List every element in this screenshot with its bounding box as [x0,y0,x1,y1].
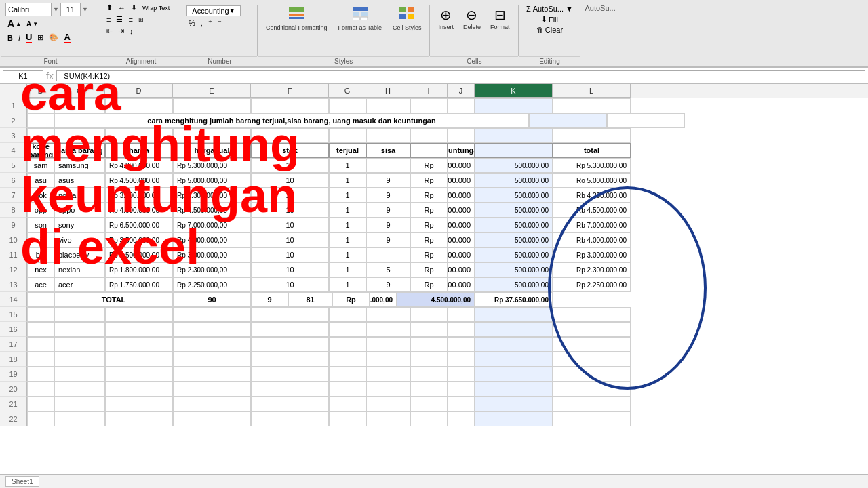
cell-C3[interactable] [54,128,105,143]
cell-K-9[interactable]: 500.000,00 [475,218,553,232]
cell-stok-10[interactable]: 10 [251,232,329,247]
cell-keuntungan-j-10[interactable]: 500.000 [448,232,475,247]
cell-K1[interactable] [475,98,553,113]
cell-G18[interactable] [329,352,366,367]
cell-E18[interactable] [173,352,251,367]
cell-sisa-8[interactable]: 9 [366,203,410,218]
insert-button[interactable]: ⊕ Insert [434,4,458,34]
cell-J16[interactable] [448,322,475,337]
cell-L18[interactable] [553,352,631,367]
cell-F21[interactable] [251,396,329,411]
header-sisa[interactable]: sisa [366,143,410,158]
cell-K18[interactable] [475,352,553,367]
cell-F22[interactable] [251,411,329,426]
cell-kode-8[interactable]: opp [27,203,54,218]
cell-keuntungan-j-9[interactable]: 500.000 [448,218,475,232]
cell-nama-9[interactable]: sony [54,218,105,232]
cell-H3[interactable] [366,128,410,143]
cell-I20[interactable] [410,382,448,396]
autosum-button[interactable]: Σ AutoSu... ▼ [524,4,575,14]
cell-E19[interactable] [173,367,251,382]
cell-terjual-9[interactable]: 1 [329,218,366,232]
cell-sisa-11[interactable] [366,247,410,262]
cell-I19[interactable] [410,367,448,382]
col-header-H[interactable]: H [366,84,410,98]
cell-keuntungan-rp-5[interactable]: Rp [410,158,448,173]
cell-keuntungan-rp-10[interactable]: Rp [410,232,448,247]
cell-terjual-7[interactable]: 1 [329,188,366,203]
cell-total-stok[interactable]: 90 [173,292,251,307]
cell-kode-10[interactable]: viv [27,232,54,247]
decrease-decimal-button[interactable]: ⁻ [216,18,224,28]
cell-D20[interactable] [105,382,173,396]
cell-total-9[interactable]: Rb 7.000.000,00 [553,218,631,232]
cell-I17[interactable] [410,337,448,352]
cell-kode-6[interactable]: asu [27,173,54,188]
cell-keuntungan-rp-13[interactable]: Rp [410,277,448,292]
number-format-box[interactable]: Accounting ▼ [186,5,241,16]
cell-harga-7[interactable]: Rp 3.800.000,00 [105,188,173,203]
cell-harga-jual-11[interactable]: Rp 3.000.000,00 [173,247,251,262]
cell-terjual-5[interactable]: 1 [329,158,366,173]
cell-total-label[interactable]: TOTAL [54,292,173,307]
cell-stok-6[interactable]: 10 [251,173,329,188]
cell-K-13[interactable]: 500.000,00 [475,277,553,292]
cell-keuntungan-rp-11[interactable]: Rp [410,247,448,262]
indent-increase-button[interactable]: ⇥ [116,26,126,36]
cell-F3[interactable] [251,128,329,143]
cell-L15[interactable] [553,307,631,322]
cell-E3[interactable] [173,128,251,143]
cell-H1[interactable] [366,98,410,113]
cell-E15[interactable] [173,307,251,322]
clear-button[interactable]: 🗑 Clear [534,25,565,35]
cell-nama-5[interactable]: samsung [54,158,105,173]
cell-K-8[interactable]: 500.000,00 [475,203,553,218]
cell-C19[interactable] [54,367,105,382]
cell-B16[interactable] [27,322,54,337]
subtitle-cell[interactable]: cara menghitung jumlah barang terjual,si… [54,113,529,128]
cell-keuntungan-j-13[interactable]: 500.000 [448,277,475,292]
header-kode[interactable]: kodebarang [27,143,54,158]
col-header-G[interactable]: G [329,84,366,98]
increase-decimal-button[interactable]: ⁺ [206,18,214,28]
cell-C20[interactable] [54,382,105,396]
increase-font-button[interactable]: A▲ [5,18,23,30]
cell-G19[interactable] [329,367,366,382]
text-direction-button[interactable]: ↕ [127,26,136,36]
border-button[interactable]: ⊞ [35,33,45,43]
cell-K-5[interactable]: 500.000,00 [475,158,553,173]
cell-harga-10[interactable]: Rp 3.500.000,00 [105,232,173,247]
cell-total-10[interactable]: Rb 4.000.000,00 [553,232,631,247]
cell-sisa-12[interactable]: 5 [366,262,410,277]
cell-I22[interactable] [410,411,448,426]
cell-F19[interactable] [251,367,329,382]
cell-K16[interactable] [475,322,553,337]
cell-E1[interactable] [173,98,251,113]
cell-harga-jual-9[interactable]: Rp 7.000.000,00 [173,218,251,232]
cell-H17[interactable] [366,337,410,352]
fill-button[interactable]: ⬇ Fill [539,14,560,24]
cell-harga-11[interactable]: Rp 2.500.000,00 [105,247,173,262]
decrease-font-button[interactable]: A▼ [24,20,40,28]
col-header-F[interactable]: F [251,84,329,98]
cell-H19[interactable] [366,367,410,382]
cell-B21[interactable] [27,396,54,411]
cell-harga-jual-10[interactable]: Rp 4.000.000,00 [173,232,251,247]
cell-total-6[interactable]: Ro 5.000.000,00 [553,173,631,188]
align-middle-button[interactable]: ↔ [116,3,127,13]
header-harga[interactable]: harga [105,143,173,158]
cell-F15[interactable] [251,307,329,322]
cell-total-5[interactable]: Rp 5.300.000,00 [553,158,631,173]
comma-button[interactable]: , [199,18,205,28]
cell-E21[interactable] [173,396,251,411]
cell-stok-9[interactable]: 10 [251,218,329,232]
cell-total-12[interactable]: Rp 2.300.000,00 [553,262,631,277]
merge-center-button[interactable]: ⊞ [136,16,146,24]
delete-button[interactable]: ⊖ Delete [459,4,485,34]
cell-harga-jual-13[interactable]: Rp 2.250.000,00 [173,277,251,292]
align-left-button[interactable]: ≡ [104,15,113,24]
format-button[interactable]: ⊟ Format [486,4,514,34]
cell-stok-12[interactable]: 10 [251,262,329,277]
cell-F18[interactable] [251,352,329,367]
cell-L21[interactable] [553,396,631,411]
